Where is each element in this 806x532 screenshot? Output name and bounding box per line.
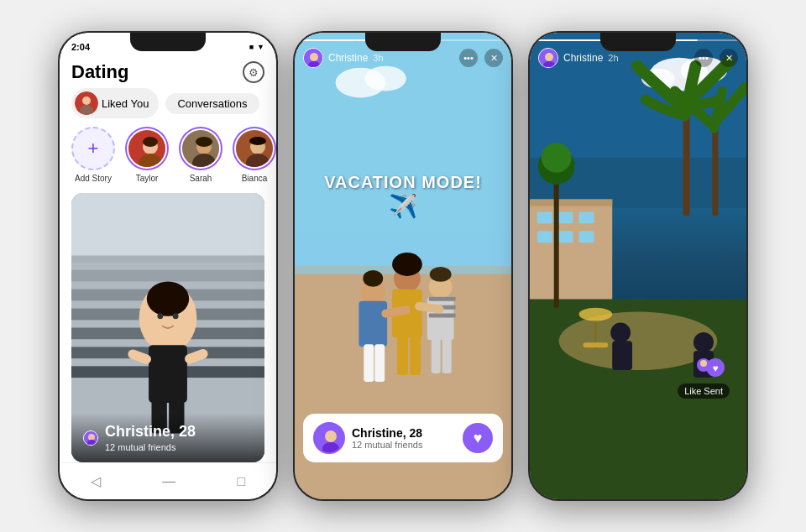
svg-point-52	[430, 267, 452, 282]
battery-icon: ■	[249, 43, 254, 51]
svg-rect-50	[410, 335, 421, 375]
main-profile-card[interactable]: Christine, 28 12 mutual friends	[71, 193, 264, 462]
svg-point-102	[700, 360, 707, 367]
svg-rect-17	[71, 270, 264, 282]
phone1-screen: 2:04 ■ ▼ Dating ⚙ Liked You	[60, 33, 276, 499]
svg-rect-53	[427, 297, 454, 341]
svg-rect-23	[71, 193, 264, 256]
story-username-3: Christine	[563, 52, 603, 64]
taylor-avatar	[127, 128, 167, 169]
like-sent-figure: ♥	[682, 330, 725, 380]
signal-icon: ▼	[257, 43, 264, 51]
story-user-info-3: Christine 2h	[538, 48, 619, 68]
svg-point-2	[80, 105, 93, 115]
svg-rect-75	[530, 200, 612, 206]
story-card-avatar-2	[313, 422, 345, 454]
settings-button[interactable]: ⚙	[243, 61, 264, 83]
svg-point-14	[249, 137, 266, 145]
svg-rect-44	[364, 344, 374, 382]
sarah-avatar	[181, 128, 221, 169]
status-bar-1: 2:04 ■ ▼	[60, 33, 276, 56]
bianca-avatar	[234, 128, 275, 169]
svg-rect-54	[429, 297, 456, 301]
liked-you-label: Liked You	[102, 97, 149, 110]
card-avatar-badge	[83, 430, 98, 446]
svg-rect-26	[149, 345, 187, 403]
story-add[interactable]: + Add Story	[71, 127, 115, 183]
card-mutual-friends: 12 mutual friends	[105, 442, 196, 452]
phone2-screen: Christine 3h ••• ✕ VACATION MODE! ✈️	[295, 33, 511, 499]
svg-rect-77	[558, 211, 573, 223]
svg-point-93	[542, 143, 572, 173]
vacation-emoji: ✈️	[311, 192, 495, 220]
sarah-avatar-wrap	[179, 127, 222, 170]
recent-nav-icon[interactable]: □	[238, 474, 246, 489]
story-more-button-2[interactable]: •••	[459, 49, 478, 67]
story-progress-fill-2	[303, 39, 423, 41]
back-nav-icon[interactable]: ◁	[91, 473, 101, 489]
story-time-2: 3h	[373, 53, 383, 63]
svg-rect-43	[359, 301, 387, 347]
svg-point-31	[157, 313, 163, 319]
story-header-row-3: Christine 2h ••• ✕	[538, 48, 738, 68]
story-progress-fill-3	[538, 39, 698, 41]
svg-rect-57	[432, 338, 441, 373]
svg-text:♥: ♥	[713, 362, 719, 374]
svg-rect-56	[429, 314, 456, 318]
story-controls-3: ••• ✕	[694, 49, 738, 67]
svg-point-42	[363, 270, 383, 287]
story-bianca[interactable]: Bianca	[233, 127, 276, 183]
story-top-bar-3: Christine 2h ••• ✕	[530, 33, 746, 71]
story-username-2: Christine	[328, 52, 368, 64]
story-progress-2	[303, 39, 503, 41]
bianca-avatar-wrap	[233, 127, 276, 170]
story-text-overlay-2: VACATION MODE! ✈️	[295, 173, 511, 220]
home-nav-icon[interactable]: —	[162, 474, 175, 489]
story-card-mutual-2: 12 mutual friends	[352, 440, 463, 450]
svg-point-65	[325, 430, 337, 442]
story-sarah[interactable]: Sarah	[179, 127, 222, 183]
story-taylor[interactable]: Taylor	[125, 127, 169, 183]
svg-point-6	[143, 137, 158, 147]
story-more-button-3[interactable]: •••	[694, 49, 713, 67]
svg-point-97	[693, 332, 714, 352]
add-story-label: Add Story	[75, 174, 112, 183]
story-bottom-card-2: Christine, 28 12 mutual friends ♥	[303, 414, 503, 462]
phone3-screen: Christine 2h ••• ✕ ♥	[530, 33, 746, 499]
bianca-name: Bianca	[242, 174, 268, 183]
svg-rect-79	[537, 231, 552, 243]
card-info-overlay: Christine, 28 12 mutual friends	[71, 413, 264, 462]
svg-rect-87	[612, 341, 632, 370]
add-story-button[interactable]: +	[71, 127, 115, 170]
story-close-button-3[interactable]: ✕	[720, 49, 738, 67]
app-title: Dating	[71, 61, 128, 83]
card-person-name: Christine, 28	[105, 423, 196, 441]
status-icons-1: ■ ▼	[249, 43, 264, 51]
story-close-button-2[interactable]: ✕	[484, 49, 503, 67]
svg-rect-80	[558, 231, 573, 243]
like-button-2[interactable]: ♥	[463, 423, 493, 453]
svg-point-47	[392, 253, 422, 276]
svg-point-62	[310, 53, 318, 61]
like-sent-label: Like Sent	[678, 383, 730, 399]
story-card-info-2: Christine, 28 12 mutual friends	[352, 426, 463, 450]
svg-rect-81	[579, 231, 594, 243]
sarah-name: Sarah	[190, 174, 212, 183]
tab-liked-avatar	[75, 91, 98, 115]
svg-rect-90	[583, 342, 608, 347]
conversations-label: Conversations	[177, 97, 247, 110]
story-header-row-2: Christine 3h ••• ✕	[303, 48, 503, 68]
story-time-3: 2h	[608, 53, 618, 63]
like-sent-overlay: ♥ Like Sent	[678, 330, 730, 399]
story-bg-resort	[530, 33, 746, 499]
svg-point-34	[88, 434, 95, 441]
phone-3: Christine 2h ••• ✕ ♥	[528, 31, 748, 501]
svg-point-86	[610, 323, 631, 343]
taylor-name: Taylor	[136, 174, 159, 183]
svg-rect-78	[579, 211, 594, 223]
tab-liked-you[interactable]: Liked You	[71, 88, 159, 118]
svg-rect-76	[537, 211, 552, 223]
phone-1: 2:04 ■ ▼ Dating ⚙ Liked You	[58, 31, 278, 501]
tab-conversations[interactable]: Conversations	[165, 93, 259, 114]
story-card-name-2: Christine, 28	[352, 426, 463, 440]
